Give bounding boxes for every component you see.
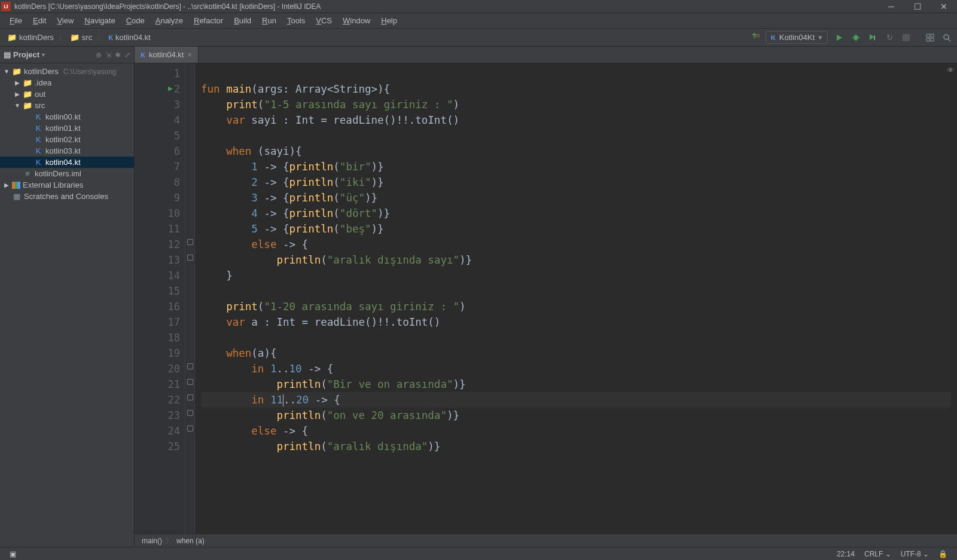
stop-button[interactable] [901,32,912,43]
gutter-line[interactable]: 16 [137,299,180,314]
code-line[interactable]: print("1-20 arasında sayı giriniz : ") [201,299,951,314]
fold-mark[interactable] [187,426,193,432]
gutter-line[interactable]: 18 [137,330,180,345]
menu-edit[interactable]: Edit [28,15,51,26]
code-line[interactable]: print("1-5 arasında sayı giriniz : ") [201,97,951,112]
fold-mark[interactable] [187,394,193,400]
code-line[interactable]: else -> { [201,423,951,439]
code-line[interactable] [201,66,951,81]
code-line[interactable]: when(a){ [201,345,951,361]
code-editor[interactable]: fun main(args: Array<String>){ print("1-… [195,63,957,534]
menu-code[interactable]: Code [121,15,150,26]
gutter-line[interactable]: 22 [137,392,180,408]
menu-file[interactable]: File [5,15,27,26]
breadcrumb-item[interactable]: Kkotlin04.kt [106,32,153,43]
tree-row[interactable]: ▶📁.idea [0,77,134,88]
hide-icon[interactable]: ⤢ [124,51,130,59]
gutter-line[interactable]: 15 [137,283,180,299]
menu-window[interactable]: Window [338,15,375,26]
code-line[interactable]: println("on ve 20 arasında")} [201,408,951,423]
code-line[interactable]: println("Bir ve on arasında")} [201,377,951,392]
debug-button[interactable] [851,32,861,43]
code-line[interactable]: } [201,268,951,283]
tree-arrow[interactable]: ▶ [14,79,20,86]
gutter-line[interactable]: 24 [137,423,180,439]
search-everywhere-button[interactable] [941,32,952,43]
menu-refactor[interactable]: Refactor [189,15,228,26]
editor-breadcrumbs[interactable]: main()〉when (a) [135,534,957,547]
fold-mark[interactable] [187,255,193,261]
line-separator[interactable]: CRLF ⌄ [860,550,896,558]
collapse-icon[interactable]: ⇲ [105,51,111,59]
code-line[interactable]: else -> { [201,237,951,252]
breadcrumb-item[interactable]: 📁kotlinDers [5,32,56,43]
tree-row[interactable]: ▼📁src [0,100,134,111]
rerun-button[interactable]: ↻ [884,32,895,43]
editor-tab[interactable]: K kotlin04.kt × [135,47,199,63]
gutter-line[interactable]: 19 [137,345,180,361]
fold-mark[interactable] [187,410,193,416]
cursor-position[interactable]: 22:14 [832,550,860,558]
file-encoding[interactable]: UTF-8 ⌄ [896,550,934,558]
code-line[interactable]: 5 -> {println("beş")} [201,221,951,237]
gutter-line[interactable]: 3 [137,97,180,112]
tree-row[interactable]: ≡kotlinDers.iml [0,168,134,179]
gutter-line[interactable]: 14 [137,268,180,283]
tree-row[interactable]: Kkotlin03.kt [0,145,134,157]
project-panel-title[interactable]: ▤ Project ▾ [4,50,92,59]
tree-row[interactable]: Kkotlin01.kt [0,123,134,134]
code-line[interactable]: fun main(args: Array<String>){ [201,81,951,97]
tree-arrow[interactable]: ▶ [14,91,20,97]
coverage-button[interactable] [867,32,878,43]
tree-row[interactable]: ▼📁kotlinDersC:\Users\yasong [0,66,134,77]
gutter-line[interactable]: 17 [137,314,180,330]
tool-window-button[interactable]: ▣ [5,550,21,558]
menu-vcs[interactable]: VCS [311,15,337,26]
menu-analyze[interactable]: Analyze [151,15,188,26]
gutter-line[interactable]: 13 [137,252,180,268]
code-line[interactable]: in 1..10 -> { [201,361,951,377]
code-line[interactable]: 4 -> {println("dört")} [201,206,951,221]
update-icon[interactable]: 01 [749,32,760,43]
close-icon[interactable]: × [188,50,193,59]
code-line[interactable]: var a : Int = readLine()!!.toInt() [201,314,951,330]
inspection-eye-icon[interactable]: 👁 [947,66,955,75]
gutter-line[interactable]: 10 [137,206,180,221]
gutter[interactable]: ▶ 12345678910111213141516171819202122232… [135,63,185,534]
run-button[interactable] [834,32,845,43]
gutter-line[interactable]: 4 [137,112,180,128]
fold-mark[interactable] [187,363,193,369]
gutter-line[interactable]: 11 [137,221,180,237]
code-line[interactable]: when (sayi){ [201,143,951,159]
locate-icon[interactable]: ⊕ [96,51,102,59]
fold-mark[interactable] [187,239,193,245]
code-line[interactable] [201,128,951,143]
gutter-line[interactable]: 1 [137,66,180,81]
gutter-line[interactable]: 20 [137,361,180,377]
gutter-line[interactable]: 5 [137,128,180,143]
tree-row[interactable]: ▶📁out [0,88,134,100]
code-line[interactable] [201,283,951,299]
tree-arrow[interactable]: ▼ [14,102,20,109]
menu-tools[interactable]: Tools [282,15,310,26]
close-button[interactable]: ✕ [938,2,950,11]
menu-navigate[interactable]: Navigate [80,15,120,26]
tree-arrow[interactable]: ▼ [4,68,10,75]
code-line[interactable]: 2 -> {println("iki")} [201,175,951,190]
minimize-button[interactable]: ─ [885,2,897,11]
menu-view[interactable]: View [52,15,78,26]
gutter-line[interactable]: 2 [137,81,180,97]
menu-run[interactable]: Run [257,15,281,26]
gutter-line[interactable]: 6 [137,143,180,159]
menu-help[interactable]: Help [376,15,402,26]
code-line[interactable]: 1 -> {println("bir")} [201,159,951,175]
fold-mark[interactable] [187,379,193,385]
tree-row[interactable]: Kkotlin04.kt [0,157,134,168]
gutter-line[interactable]: 25 [137,439,180,454]
gutter-line[interactable]: 8 [137,175,180,190]
code-line[interactable] [201,330,951,345]
gutter-line[interactable]: 9 [137,190,180,206]
menu-build[interactable]: Build [229,15,256,26]
gutter-line[interactable]: 12 [137,237,180,252]
editor-crumb[interactable]: main() [142,537,162,545]
